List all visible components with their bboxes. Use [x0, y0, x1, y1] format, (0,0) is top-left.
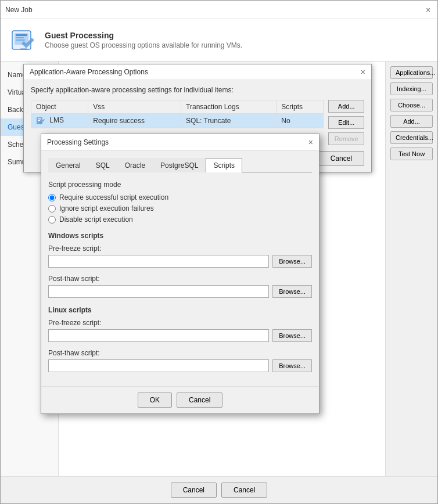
header-title: Guest Processing: [45, 31, 242, 40]
main-cancel2-button[interactable]: Cancel: [221, 483, 267, 498]
main-cancel1-button[interactable]: Cancel: [171, 483, 217, 498]
linux-scripts-group: Linux scripts Pre-freeze script: Browse.…: [48, 306, 312, 372]
script-mode-label: Script processing mode: [48, 181, 312, 189]
windows-post-thaw-row: Post-thaw script: Browse...: [48, 275, 312, 298]
header-section: Guest Processing Choose guest OS process…: [1, 19, 437, 62]
cell-scripts: No: [277, 114, 324, 128]
radio-require-input[interactable]: [48, 194, 56, 201]
choose-button[interactable]: Choose...: [390, 99, 433, 111]
title-bar: New Job ×: [1, 1, 437, 19]
dialog-col-buttons: Add... Edit... Remove: [328, 100, 364, 145]
proc-dialog-bottom: OK Cancel: [41, 386, 319, 413]
proc-dialog-body: General SQL Oracle PostgreSQL Scripts Sc…: [41, 151, 319, 386]
credentials-button[interactable]: Credentials...: [390, 131, 433, 144]
add-button[interactable]: Add...: [390, 115, 433, 128]
header-description: Choose guest OS processing options avail…: [45, 41, 242, 49]
linux-post-thaw-input-row: Browse...: [48, 359, 312, 372]
dialog-cancel2-button[interactable]: Cancel: [318, 151, 364, 166]
radio-require: Require successful script execution: [48, 193, 312, 201]
cell-vss: Require success: [88, 114, 181, 128]
windows-pre-freeze-row: Pre-freeze script: Browse...: [48, 244, 312, 268]
proc-cancel-button[interactable]: Cancel: [177, 393, 222, 408]
app-aware-dialog-desc: Specify application-aware processing set…: [31, 86, 364, 94]
proc-settings-dialog: Processing Settings × General SQL Oracle…: [41, 134, 319, 414]
col-scripts: Scripts: [277, 100, 324, 114]
linux-post-thaw-browse[interactable]: Browse...: [272, 359, 312, 372]
indexing-button[interactable]: Indexing...: [390, 82, 433, 95]
tab-sql[interactable]: SQL: [88, 158, 117, 172]
radio-disable: Disable script execution: [48, 215, 312, 224]
col-transaction-logs: Transaction Logs: [181, 100, 277, 114]
svg-rect-2: [16, 34, 27, 36]
linux-pre-freeze-input-row: Browse...: [48, 329, 312, 342]
linux-pre-freeze-row: Pre-freeze script: Browse...: [48, 319, 312, 342]
linux-pre-freeze-input[interactable]: [48, 329, 269, 342]
cell-object: LMS: [31, 114, 88, 128]
row-icon: [36, 116, 45, 125]
test-now-button[interactable]: Test Now: [390, 147, 433, 160]
right-panel: Applications... Indexing... Choose... Ad…: [385, 62, 437, 476]
linux-scripts-header: Linux scripts: [48, 306, 312, 314]
items-table: Object Vss Transaction Logs Scripts: [31, 100, 324, 128]
app-aware-dialog-titlebar: Application-Aware Processing Options ×: [24, 64, 371, 80]
linux-pre-freeze-label: Pre-freeze script:: [48, 319, 312, 327]
windows-pre-freeze-browse[interactable]: Browse...: [272, 255, 312, 268]
radio-ignore: Ignore script execution failures: [48, 204, 312, 213]
app-aware-dialog-close[interactable]: ×: [361, 68, 365, 76]
linux-post-thaw-label: Post-thaw script:: [48, 349, 312, 357]
linux-post-thaw-row: Post-thaw script: Browse...: [48, 349, 312, 372]
dialog-remove-button[interactable]: Remove: [328, 132, 364, 145]
svg-rect-4: [16, 39, 25, 41]
tab-scripts[interactable]: Scripts: [206, 158, 242, 172]
applications-button[interactable]: Applications...: [390, 66, 433, 79]
windows-post-thaw-label: Post-thaw script:: [48, 275, 312, 283]
proc-dialog-close[interactable]: ×: [308, 138, 313, 147]
window-close-button[interactable]: ×: [423, 5, 433, 15]
col-vss: Vss: [88, 100, 181, 114]
radio-disable-input[interactable]: [48, 216, 56, 224]
windows-post-thaw-input[interactable]: [48, 285, 269, 298]
tab-postgresql[interactable]: PostgreSQL: [153, 158, 206, 172]
svg-rect-7: [38, 118, 41, 120]
windows-pre-freeze-input-row: Browse...: [48, 255, 312, 268]
dialog-edit-button[interactable]: Edit...: [328, 116, 364, 129]
windows-post-thaw-input-row: Browse...: [48, 285, 312, 298]
header-text: Guest Processing Choose guest OS process…: [45, 31, 242, 49]
guest-processing-icon: [10, 26, 38, 54]
col-object: Object: [31, 100, 88, 114]
linux-pre-freeze-browse[interactable]: Browse...: [272, 329, 312, 342]
windows-scripts-group: Windows scripts Pre-freeze script: Brows…: [48, 232, 312, 298]
header-icon: [10, 26, 38, 54]
windows-pre-freeze-label: Pre-freeze script:: [48, 244, 312, 253]
tabs-row: General SQL Oracle PostgreSQL Scripts: [48, 158, 312, 172]
proc-ok-button[interactable]: OK: [138, 393, 172, 408]
linux-post-thaw-input[interactable]: [48, 359, 269, 372]
app-aware-dialog-title: Application-Aware Processing Options: [30, 68, 148, 76]
tab-general[interactable]: General: [48, 158, 88, 172]
proc-title-bar: Processing Settings ×: [41, 134, 319, 151]
tab-oracle[interactable]: Oracle: [117, 158, 153, 172]
svg-rect-8: [38, 120, 40, 121]
svg-rect-3: [16, 37, 24, 38]
main-bottom-bar: Cancel Cancel: [1, 476, 437, 503]
windows-post-thaw-browse[interactable]: Browse...: [272, 285, 312, 298]
cell-transaction-logs: SQL: Truncate: [181, 114, 277, 128]
table-row[interactable]: LMS Require success SQL: Truncate No: [31, 114, 324, 128]
proc-dialog-title: Processing Settings: [47, 138, 109, 146]
windows-scripts-header: Windows scripts: [48, 232, 312, 240]
radio-ignore-input[interactable]: [48, 205, 56, 213]
windows-pre-freeze-input[interactable]: [48, 255, 269, 268]
dialog-add-button[interactable]: Add...: [328, 100, 364, 113]
svg-rect-5: [20, 48, 27, 50]
window-title: New Job: [5, 6, 33, 14]
